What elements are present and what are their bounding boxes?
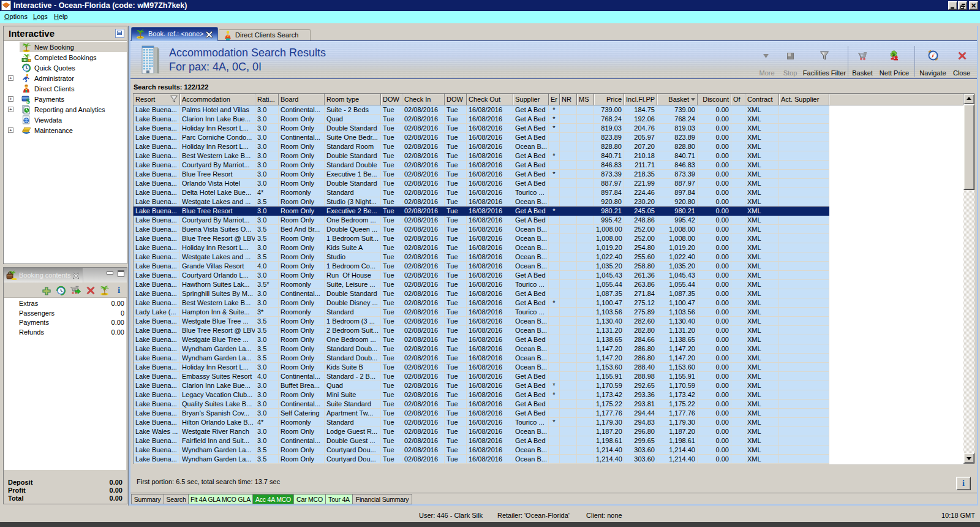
svg-text:$: $ [26,97,30,105]
svg-text:$: $ [892,51,895,57]
